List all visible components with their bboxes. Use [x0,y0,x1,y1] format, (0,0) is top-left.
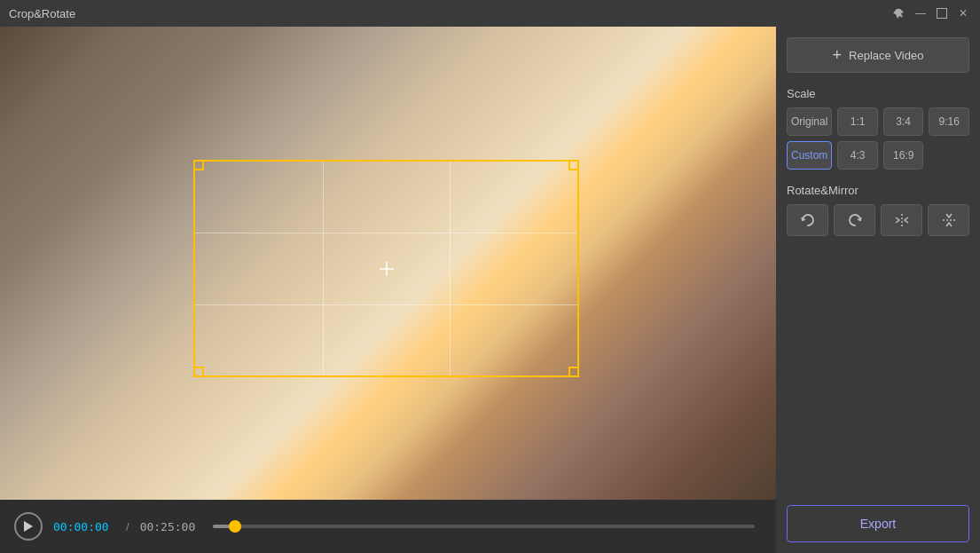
time-total: 00:25:00 [140,520,196,533]
timeline-thumb[interactable] [229,520,241,533]
transport-bar: 00:00:00 / 00:25:00 [0,500,776,553]
scale-3-4[interactable]: 3:4 [883,107,924,136]
restore-button[interactable] [934,5,950,21]
replace-video-button[interactable]: + Replace Video [787,37,969,73]
timeline[interactable] [213,525,755,528]
time-current: 00:00:00 [53,520,115,533]
video-panel: 00:00:00 / 00:25:00 [0,27,776,553]
right-panel: + Replace Video Scale Original 1:1 3:4 9… [776,27,980,553]
crop-box[interactable] [193,160,579,377]
video-area [0,27,776,500]
scale-16-9[interactable]: 16:9 [883,141,924,170]
svg-marker-1 [24,521,33,532]
crop-crosshair [380,262,394,276]
scale-custom[interactable]: Custom [787,141,832,170]
corner-handle-bl[interactable] [193,367,204,377]
svg-rect-0 [937,9,947,19]
export-label: Export [860,517,896,531]
flip-horizontal-button[interactable] [881,204,922,236]
grid-line-v2 [450,162,451,375]
scale-4-3[interactable]: 4:3 [837,141,878,170]
scale-empty [929,141,969,170]
corner-handle-tr[interactable] [568,160,579,170]
pin-button[interactable] [891,5,907,21]
replace-video-label: Replace Video [849,49,923,62]
minimize-button[interactable]: — [913,5,929,21]
rotate-ccw-button[interactable] [787,204,828,236]
export-button[interactable]: Export [787,505,969,542]
time-separator: / [126,520,129,533]
plus-icon: + [833,47,843,63]
rotate-buttons [787,204,969,236]
main-content: 00:00:00 / 00:25:00 + Replace Video Scal… [0,27,980,553]
titlebar: Crop&Rotate — ✕ [0,0,980,27]
play-button[interactable] [14,512,43,541]
scale-section: Scale Original 1:1 3:4 9:16 Custom 4:3 1… [787,87,969,170]
scale-original[interactable]: Original [787,107,832,136]
scale-1-1[interactable]: 1:1 [837,107,878,136]
grid-line-v1 [323,162,324,375]
grid-line-h2 [195,304,577,305]
corner-handle-br[interactable] [568,367,579,377]
flip-vertical-button[interactable] [928,204,969,236]
rotate-label: Rotate&Mirror [787,184,969,197]
grid-line-h1 [195,233,577,233]
timeline-track [213,525,755,528]
rotate-cw-button[interactable] [834,204,875,236]
window-controls: — ✕ [891,5,971,21]
scale-label: Scale [787,87,969,100]
spacer [787,250,969,491]
close-button[interactable]: ✕ [955,5,971,21]
corner-handle-tl[interactable] [193,160,204,170]
scale-grid: Original 1:1 3:4 9:16 Custom 4:3 16:9 [787,107,969,170]
rotate-section: Rotate&Mirror [787,184,969,236]
app-title: Crop&Rotate [9,7,891,20]
scale-9-16[interactable]: 9:16 [929,107,969,136]
